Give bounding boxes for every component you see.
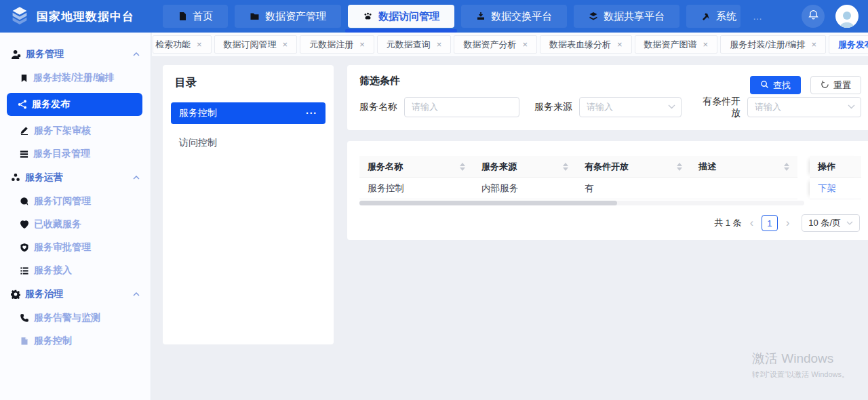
user-avatar[interactable]: [835, 5, 859, 28]
close-icon[interactable]: ×: [617, 39, 623, 49]
sidebar-item-service-catalog-mgmt[interactable]: 服务目录管理: [0, 142, 151, 165]
sidebar-item-label: 服务审批管理: [34, 241, 91, 254]
sidebar-group-service-mgmt[interactable]: 服务管理: [0, 42, 151, 66]
close-icon[interactable]: ×: [359, 39, 365, 49]
sidebar-item-label: 服务封装/注册/编排: [33, 72, 115, 84]
directory-item-label: 服务控制: [179, 107, 217, 119]
tab-service-publish[interactable]: 服务发布 ×: [829, 35, 868, 54]
folder-icon: [250, 12, 260, 21]
column-label: 有条件开放: [585, 161, 629, 173]
top-nav: 首页 数据资产管理 数据访问管理 数据交换平台: [163, 5, 747, 28]
tab-label: 服务发布: [838, 39, 868, 51]
close-icon[interactable]: ×: [437, 39, 442, 49]
document-copy-icon: [20, 336, 29, 346]
results-table: 服务名称 服务来源 有条件开放 描述 操作 服务控制 内部服务 有 下架: [359, 156, 861, 199]
tab-label: 数据资产分析: [463, 39, 516, 51]
close-icon[interactable]: ×: [811, 39, 816, 49]
offline-action-link[interactable]: 下架: [818, 182, 836, 195]
sidebar-item-label: 服务接入: [34, 264, 72, 277]
page-size-select[interactable]: 10 条/页: [802, 214, 860, 232]
service-source-input[interactable]: [579, 97, 682, 117]
tab-metadata-query[interactable]: 元数据查询 ×: [377, 35, 452, 54]
filter-actions: 查找 重置: [750, 76, 861, 94]
nav-item-data-asset-mgmt[interactable]: 数据资产管理: [235, 5, 341, 28]
watermark-line1: 激活 Windows: [752, 350, 849, 367]
reset-button[interactable]: 重置: [810, 76, 861, 94]
service-name-input[interactable]: [404, 97, 519, 117]
tab-label: 数据表血缘分析: [549, 39, 611, 51]
paw-icon: [363, 12, 373, 21]
tab-data-asset-graph[interactable]: 数据资产图谱 ×: [635, 35, 718, 54]
chevron-up-icon: [133, 292, 140, 296]
pagination-total: 共 1 条: [714, 217, 741, 229]
column-header-conditional-open[interactable]: 有条件开放: [576, 156, 690, 178]
tab-search-function[interactable]: 检索功能 ×: [153, 35, 212, 54]
file-icon: [178, 12, 187, 21]
horizontal-scrollbar-track[interactable]: [359, 201, 804, 205]
field-label-service-name: 服务名称: [359, 101, 397, 113]
nav-item-data-share[interactable]: 数据共享平台: [574, 5, 679, 28]
sidebar-item-service-subscription-mgmt[interactable]: 服务订阅管理: [0, 190, 151, 213]
sort-icon[interactable]: [563, 163, 568, 171]
notifications-button[interactable]: [802, 5, 825, 28]
directory-item-service-control[interactable]: 服务控制 ···: [171, 102, 326, 124]
nav-item-system[interactable]: 系统: [686, 5, 741, 28]
sidebar-item-service-package[interactable]: 服务封装/注册/编排: [0, 66, 151, 89]
prev-page-icon[interactable]: ‹: [749, 217, 755, 229]
nav-item-home[interactable]: 首页: [163, 5, 228, 28]
directory-item-access-control[interactable]: 访问控制: [171, 132, 326, 154]
reset-button-label: 重置: [833, 79, 851, 92]
cell-action: 下架: [810, 178, 861, 199]
sidebar-group-service-operation[interactable]: 服务运营: [0, 165, 151, 190]
sidebar-item-service-offline-review[interactable]: 服务下架审核: [0, 119, 151, 142]
sort-icon[interactable]: [460, 163, 465, 171]
conditional-open-input[interactable]: [747, 97, 861, 117]
sidebar-item-service-access[interactable]: 服务接入: [0, 259, 151, 282]
sidebar-item-label: 已收藏服务: [34, 218, 81, 231]
horizontal-scrollbar-thumb[interactable]: [359, 201, 617, 205]
gear-icon: [11, 289, 20, 299]
close-icon[interactable]: ×: [283, 39, 288, 49]
layers-icon: [589, 12, 598, 21]
sidebar-group-service-governance[interactable]: 服务治理: [0, 282, 151, 306]
cell-service-source: 内部服务: [473, 178, 576, 199]
list-icon: [20, 266, 29, 275]
tab-data-subscription[interactable]: 数据订阅管理 ×: [214, 35, 298, 54]
sidebar-item-favorite-services[interactable]: 已收藏服务: [0, 213, 151, 236]
tab-data-asset-analysis[interactable]: 数据资产分析 ×: [454, 35, 537, 54]
refresh-icon: [821, 80, 829, 91]
nav-item-data-access-mgmt[interactable]: 数据访问管理: [348, 5, 454, 28]
column-header-service-source[interactable]: 服务来源: [473, 156, 576, 178]
tab-metadata-register[interactable]: 元数据注册 ×: [300, 35, 374, 54]
search-button[interactable]: 查找: [750, 76, 801, 94]
close-icon[interactable]: ×: [197, 39, 202, 49]
sidebar-item-service-approval-mgmt[interactable]: 服务审批管理: [0, 236, 151, 259]
sort-icon[interactable]: [784, 163, 789, 171]
column-label: 描述: [698, 161, 716, 173]
page-number-button[interactable]: 1: [762, 215, 778, 231]
heart-badge-icon: [20, 243, 29, 252]
tab-table-lineage[interactable]: 数据表血缘分析 ×: [540, 35, 632, 54]
tab-label: 数据订阅管理: [224, 39, 277, 51]
heart-icon: [20, 220, 29, 229]
page-size-label: 10 条/页: [808, 217, 841, 229]
sidebar-item-service-control[interactable]: 服务控制: [0, 329, 151, 353]
next-page-icon[interactable]: ›: [785, 217, 791, 229]
nav-item-label: 数据访问管理: [378, 10, 439, 23]
column-header-service-name[interactable]: 服务名称: [359, 156, 473, 178]
column-header-description[interactable]: 描述: [690, 156, 797, 178]
person-icon: [11, 49, 21, 60]
close-icon[interactable]: ×: [703, 39, 709, 49]
close-icon[interactable]: ×: [522, 39, 528, 49]
sidebar-item-service-alert-monitor[interactable]: 服务告警与监测: [0, 306, 151, 329]
tab-service-package[interactable]: 服务封装/注册/编排 ×: [720, 35, 826, 54]
nav-item-data-exchange[interactable]: 数据交换平台: [461, 5, 567, 28]
nav-overflow-ellipsis[interactable]: …: [753, 11, 764, 22]
sidebar-group-label: 服务治理: [25, 288, 63, 300]
nav-item-label: 数据共享平台: [604, 10, 665, 23]
sort-icon[interactable]: [677, 163, 682, 171]
sidebar-item-service-publish[interactable]: 服务发布: [7, 93, 142, 116]
more-actions-icon[interactable]: ···: [306, 108, 317, 119]
field-label-service-source: 服务来源: [534, 101, 572, 113]
column-header-action: 操作: [810, 156, 861, 178]
